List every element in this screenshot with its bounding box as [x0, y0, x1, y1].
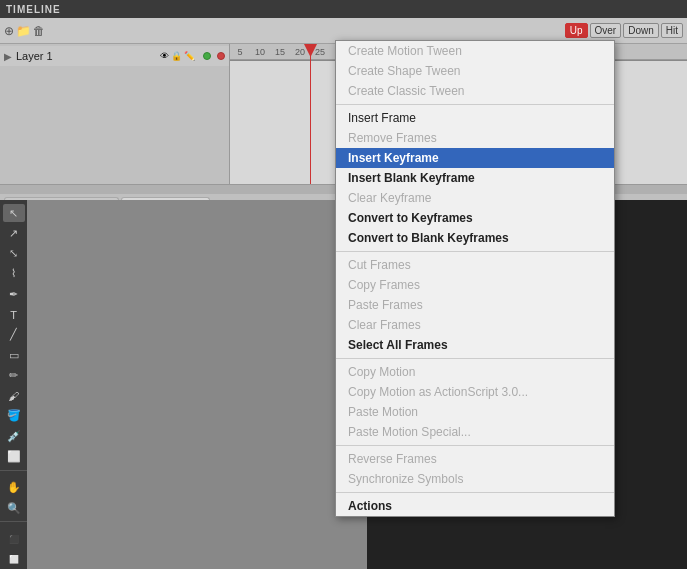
rect-tool[interactable]: ▭	[3, 346, 25, 364]
keyframe-marker	[217, 52, 225, 60]
menu-remove-frames[interactable]: Remove Frames	[336, 128, 614, 148]
menu-insert-blank-keyframe[interactable]: Insert Blank Keyframe	[336, 168, 614, 188]
hit-button[interactable]: Hit	[661, 23, 683, 38]
menu-paste-motion-special[interactable]: Paste Motion Special...	[336, 422, 614, 442]
text-tool[interactable]: T	[3, 305, 25, 323]
layer-type-icon: ▶	[4, 51, 12, 62]
layer-color-dot	[203, 52, 211, 60]
timeline-title: TIMELINE	[6, 4, 61, 15]
pencil-tool[interactable]: ✏	[3, 366, 25, 384]
fill-color-btn[interactable]: ⬜	[3, 551, 25, 569]
menu-clear-frames[interactable]: Clear Frames	[336, 315, 614, 335]
menu-create-shape-tween[interactable]: Create Shape Tween	[336, 61, 614, 81]
pen-tool[interactable]: ✒	[3, 285, 25, 303]
layer-row[interactable]: ▶ Layer 1 👁 🔒 ✏️	[0, 46, 229, 66]
down-button[interactable]: Down	[623, 23, 659, 38]
inkbucket-tool[interactable]: 🪣	[3, 407, 25, 425]
menu-insert-keyframe[interactable]: Insert Keyframe	[336, 148, 614, 168]
layer-controls: 👁 🔒 ✏️	[160, 51, 225, 61]
playhead-line	[310, 44, 311, 184]
menu-sep-4	[336, 445, 614, 446]
menu-copy-frames[interactable]: Copy Frames	[336, 275, 614, 295]
lock-icon[interactable]: 🔒	[171, 51, 182, 61]
menu-paste-motion[interactable]: Paste Motion	[336, 402, 614, 422]
free-transform-tool[interactable]: ⤡	[3, 245, 25, 263]
layer-panel: ▶ Layer 1 👁 🔒 ✏️	[0, 44, 230, 184]
over-button[interactable]: Over	[590, 23, 622, 38]
menu-paste-frames[interactable]: Paste Frames	[336, 295, 614, 315]
new-layer-icon[interactable]: ⊕	[4, 24, 14, 38]
delete-layer-icon[interactable]: 🗑	[33, 24, 45, 38]
menu-actions[interactable]: Actions	[336, 496, 614, 516]
menu-sep-1	[336, 104, 614, 105]
line-tool[interactable]: ╱	[3, 326, 25, 344]
menu-reverse-frames[interactable]: Reverse Frames	[336, 449, 614, 469]
layer-name: Layer 1	[16, 50, 53, 62]
menu-clear-keyframe[interactable]: Clear Keyframe	[336, 188, 614, 208]
lasso-tool[interactable]: ⌇	[3, 265, 25, 283]
new-folder-icon[interactable]: 📁	[16, 24, 31, 38]
eyedropper-tool[interactable]: 💉	[3, 427, 25, 445]
eye-icon[interactable]: 👁	[160, 51, 169, 61]
menu-copy-motion[interactable]: Copy Motion	[336, 362, 614, 382]
context-menu: Create Motion Tween Create Shape Tween C…	[335, 40, 615, 517]
menu-copy-motion-actionscript[interactable]: Copy Motion as ActionScript 3.0...	[336, 382, 614, 402]
hand-tool[interactable]: ✋	[3, 479, 25, 497]
menu-sep-2	[336, 251, 614, 252]
menu-insert-frame[interactable]: Insert Frame	[336, 108, 614, 128]
menu-cut-frames[interactable]: Cut Frames	[336, 255, 614, 275]
subselect-tool[interactable]: ↗	[3, 224, 25, 242]
menu-sep-5	[336, 492, 614, 493]
pencil-icon[interactable]: ✏️	[184, 51, 195, 61]
arrow-tool[interactable]: ↖	[3, 204, 25, 222]
brush-tool[interactable]: 🖌	[3, 387, 25, 405]
menu-convert-to-keyframes[interactable]: Convert to Keyframes	[336, 208, 614, 228]
eraser-tool[interactable]: ⬜	[3, 447, 25, 465]
timeline-header: TIMELINE	[0, 0, 687, 18]
menu-sep-3	[336, 358, 614, 359]
menu-create-classic-tween[interactable]: Create Classic Tween	[336, 81, 614, 101]
up-button[interactable]: Up	[565, 23, 588, 38]
menu-convert-to-blank-keyframes[interactable]: Convert to Blank Keyframes	[336, 228, 614, 248]
stroke-color-btn[interactable]: ⬛	[3, 531, 25, 549]
menu-synchronize-symbols[interactable]: Synchronize Symbols	[336, 469, 614, 489]
menu-select-all-frames[interactable]: Select All Frames	[336, 335, 614, 355]
menu-create-motion-tween[interactable]: Create Motion Tween	[336, 41, 614, 61]
left-toolbar: ↖ ↗ ⤡ ⌇ ✒ T ╱ ▭ ✏ 🖌 🪣 💉 ⬜ ✋ 🔍 ⬛ ⬜	[0, 200, 27, 569]
zoom-tool[interactable]: 🔍	[3, 499, 25, 517]
